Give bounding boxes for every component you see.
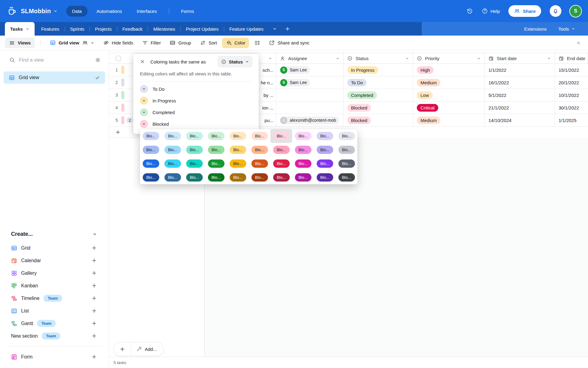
row-header[interactable]: 52 [109,114,135,126]
color-swatch[interactable]: Blo... [140,171,162,184]
more-tables-chevron-icon[interactable] [273,27,277,31]
share-sync-button[interactable]: Share and sync [265,38,313,48]
cell-priority[interactable]: Medium [413,114,485,126]
color-swatch[interactable]: Blo... [249,171,270,184]
cell-status[interactable]: Blocked [344,102,413,114]
color-option-to-do[interactable]: To Do [133,83,259,95]
add-calendar-view-icon[interactable] [91,258,97,263]
column-header-start-date[interactable]: Start date [485,53,555,63]
column-chevron-icon[interactable] [336,56,340,60]
cell-assignee[interactable]: SSam Lee [276,64,344,76]
color-option-in-progress[interactable]: In Progress [133,95,259,106]
find-view-input[interactable] [19,57,91,63]
color-swatch[interactable]: Blo... [162,129,183,143]
tab-feedback[interactable]: Feedback [117,26,148,32]
cell-assignee[interactable]: alexsmith@content-mob [276,114,344,126]
user-avatar[interactable]: S [570,6,581,17]
add-form-view-icon[interactable] [91,354,97,360]
extensions-button[interactable]: Extensions [524,26,547,32]
cell-end-date[interactable]: 10/1/2022 [555,89,588,101]
color-option-blocked[interactable]: Blocked [133,118,259,130]
color-swatch[interactable]: Blo... [205,157,227,171]
row-height-button[interactable] [251,38,264,48]
color-swatch[interactable]: Blo... [205,171,227,184]
column-chevron-icon[interactable] [547,56,551,60]
sidebar-create-form[interactable]: Form [0,351,109,363]
create-section-header[interactable]: Create... [11,231,97,237]
cell-priority[interactable]: Medium [413,76,485,89]
comment-count-badge[interactable]: 2 [126,117,133,123]
column-chevron-icon[interactable] [405,56,409,60]
tab-chevron-icon[interactable] [25,27,29,31]
add-grid-view-icon[interactable] [91,245,97,251]
color-swatch[interactable]: Blo... [292,157,314,171]
color-swatch[interactable]: Blo... [270,143,292,157]
color-swatch[interactable]: Blo... [162,157,183,171]
color-swatch[interactable]: Blo... [249,157,270,171]
tab-project-updates[interactable]: Project Updates [181,26,224,32]
option-collapse-chevron-icon[interactable] [140,97,148,105]
color-swatch[interactable]: Blo... [270,157,292,171]
cell-priority[interactable]: High [413,64,485,76]
share-button[interactable]: Share [508,5,541,17]
color-option-completed[interactable]: Completed [133,106,259,118]
sidebar-create-gallery[interactable]: Gallery [0,267,109,279]
color-swatch[interactable]: Blo... [183,143,205,157]
base-chevron-down-icon[interactable] [53,9,58,13]
color-swatch[interactable]: Blo... [205,129,227,143]
notifications-button[interactable] [550,5,561,17]
column-header-end-date[interactable]: End date [555,53,588,63]
add-with-ai-button[interactable]: Add... [131,342,164,356]
add-list-view-icon[interactable] [91,308,97,314]
color-swatch[interactable]: Blo... [336,171,357,184]
color-swatch[interactable]: Blo... [162,143,183,157]
color-swatch[interactable]: Blo... [140,143,162,157]
color-button[interactable]: Color [222,38,249,48]
group-button[interactable]: Group [166,38,195,48]
row-header[interactable]: 2 [109,76,135,89]
help-button[interactable]: Help [482,8,500,14]
color-swatch[interactable]: Blo... [249,129,270,143]
gear-icon[interactable] [95,57,101,63]
cell-assignee[interactable] [276,89,344,101]
row-header[interactable]: 3 [109,89,135,101]
sidebar-create-timeline[interactable]: TimelineTeam [0,292,109,305]
topnav-forms[interactable]: Forms [175,6,200,17]
cell-start-date[interactable]: 21/1/2022 [485,102,555,114]
views-button[interactable]: Views [5,38,35,48]
cell-start-date[interactable]: 5/1/2022 [485,89,555,101]
column-chevron-icon[interactable] [477,56,481,60]
base-name[interactable]: SLMobbin [21,8,51,15]
color-swatch[interactable]: Blo... [336,157,357,171]
color-swatch-selected[interactable]: Blo... [270,129,292,143]
color-swatch[interactable]: Blo... [292,143,314,157]
cell-status[interactable]: Completed [344,89,413,101]
column-chevron-icon[interactable] [268,56,272,60]
tab-sprints[interactable]: Sprints [65,26,90,32]
cell-start-date[interactable]: 14/10/2024 [485,114,555,126]
add-gallery-view-icon[interactable] [91,270,97,276]
color-swatch[interactable]: Blo... [314,143,336,157]
cell-end-date[interactable]: 30/1/2022 [555,102,588,114]
option-collapse-chevron-icon[interactable] [140,85,148,93]
add-gantt-view-icon[interactable] [91,320,97,326]
color-swatch[interactable]: Blo... [183,171,205,184]
find-view-search[interactable] [9,57,101,63]
add-table-button[interactable] [285,26,290,32]
cell-end-date[interactable]: 15/1/2022 [555,64,588,76]
color-swatch[interactable]: Blo... [314,129,336,143]
sidebar-create-list[interactable]: List [0,305,109,317]
select-all-checkbox[interactable] [116,56,121,61]
color-swatch[interactable]: Blo... [205,143,227,157]
sort-button[interactable]: Sort [196,38,221,48]
color-swatch[interactable]: Blo... [183,157,205,171]
cell-status[interactable]: To Do [344,76,413,89]
column-header-priority[interactable]: Priority [413,53,485,63]
topnav-automations[interactable]: Automations [91,6,128,17]
color-swatch[interactable]: Blo... [227,171,249,184]
tab-feature-updates[interactable]: Feature Updates [224,26,269,32]
add-timeline-view-icon[interactable] [91,295,97,301]
app-logo-cup-icon[interactable] [7,6,17,16]
sidebar-create-calendar[interactable]: Calendar [0,254,109,267]
cell-assignee[interactable] [276,102,344,114]
